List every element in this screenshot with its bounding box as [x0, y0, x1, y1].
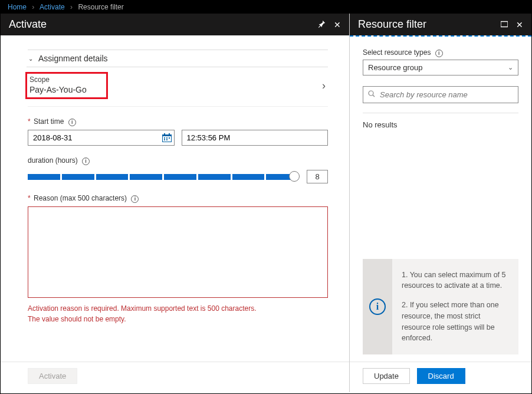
- info-icon[interactable]: i: [131, 195, 139, 203]
- duration-value[interactable]: 8: [307, 170, 328, 183]
- resource-filter-body: Select resource types i Resource group ⌄…: [350, 37, 531, 362]
- resource-filter-title: Resource filter: [358, 18, 492, 31]
- resource-types-select[interactable]: Resource group ⌄: [363, 60, 518, 75]
- reason-field: * Reason (max 500 characters) i Activati…: [28, 194, 328, 324]
- resource-types-label: Select resource types: [363, 48, 431, 57]
- activate-body: ⌄ Assignment details Scope Pay-As-You-Go…: [1, 35, 349, 362]
- svg-rect-7: [164, 139, 165, 140]
- scope-row[interactable]: Scope Pay-As-You-Go ›: [28, 67, 328, 107]
- info-icon[interactable]: i: [435, 50, 443, 57]
- activate-footer: Activate: [1, 362, 349, 392]
- pin-icon[interactable]: [318, 20, 326, 29]
- resource-filter-footer: Update Discard: [350, 362, 531, 392]
- reason-label: Reason (max 500 characters): [34, 194, 127, 202]
- section-assignment-details[interactable]: ⌄ Assignment details: [27, 50, 328, 67]
- scope-value: Pay-As-You-Go: [29, 85, 103, 94]
- svg-rect-8: [166, 139, 168, 140]
- update-button[interactable]: Update: [363, 368, 410, 384]
- no-results-text: No results: [363, 120, 518, 129]
- breadcrumb: Home › Activate › Resource filter: [1, 1, 531, 14]
- svg-rect-9: [501, 21, 508, 27]
- svg-point-10: [369, 91, 373, 96]
- info-panel: i 1. You can select maximum of 5 resourc…: [363, 259, 518, 355]
- svg-line-11: [373, 95, 375, 97]
- scope-highlight: Scope Pay-As-You-Go: [25, 72, 108, 99]
- resource-search[interactable]: [363, 86, 518, 103]
- svg-rect-5: [166, 137, 168, 139]
- svg-rect-3: [169, 133, 170, 135]
- reason-textarea[interactable]: [28, 206, 328, 298]
- required-icon: *: [28, 194, 31, 202]
- discard-button[interactable]: Discard: [417, 368, 465, 384]
- close-icon[interactable]: ✕: [516, 20, 523, 29]
- breadcrumb-sep-icon: ›: [70, 3, 73, 11]
- breadcrumb-activate[interactable]: Activate: [40, 3, 65, 11]
- time-input[interactable]: [182, 130, 328, 145]
- reason-error: Activation reason is required. Maximum s…: [28, 303, 328, 324]
- info-text-1: 1. You can select maximum of 5 resources…: [402, 270, 509, 292]
- section-label: Assignment details: [38, 54, 108, 63]
- date-input-wrap[interactable]: [28, 130, 175, 146]
- activate-pane: Activate ✕ ⌄ Assignment details Scope Pa…: [1, 14, 350, 392]
- resource-types-value: Resource group: [368, 63, 508, 72]
- time-input-wrap[interactable]: [182, 130, 329, 146]
- info-icon[interactable]: i: [68, 119, 76, 126]
- duration-label: duration (hours): [28, 156, 78, 165]
- info-text-2: 2. If you select more than one resource,…: [402, 300, 509, 344]
- calendar-icon[interactable]: [160, 130, 174, 145]
- resource-filter-pane: Resource filter ✕ Select resource types …: [350, 14, 531, 392]
- chevron-down-icon: ⌄: [508, 64, 513, 71]
- search-icon: [368, 90, 375, 99]
- breadcrumb-sep-icon: ›: [32, 3, 34, 11]
- required-icon: *: [28, 117, 31, 126]
- breadcrumb-current: Resource filter: [78, 3, 123, 11]
- start-time-field: * Start time i: [28, 117, 328, 146]
- activate-title: Activate: [9, 18, 310, 31]
- start-time-label: Start time: [34, 117, 64, 126]
- info-icon: i: [369, 298, 386, 315]
- close-icon[interactable]: ✕: [334, 20, 341, 29]
- info-icon[interactable]: i: [82, 157, 90, 165]
- resource-search-input[interactable]: [379, 90, 513, 100]
- chevron-right-icon: ›: [322, 80, 326, 92]
- duration-field: duration (hours) i 8: [28, 156, 328, 183]
- slider-thumb[interactable]: [289, 171, 300, 182]
- svg-rect-4: [164, 137, 165, 139]
- scope-label: Scope: [29, 75, 103, 84]
- svg-rect-1: [163, 136, 171, 142]
- resource-filter-header: Resource filter ✕: [350, 14, 531, 35]
- maximize-icon[interactable]: [501, 20, 508, 29]
- date-input[interactable]: [28, 130, 160, 145]
- svg-rect-6: [169, 137, 170, 139]
- svg-rect-2: [164, 133, 165, 135]
- activate-header: Activate ✕: [1, 14, 349, 35]
- breadcrumb-home[interactable]: Home: [8, 3, 27, 11]
- duration-slider[interactable]: [28, 173, 298, 181]
- activate-button: Activate: [28, 368, 77, 384]
- chevron-down-icon: ⌄: [27, 55, 35, 62]
